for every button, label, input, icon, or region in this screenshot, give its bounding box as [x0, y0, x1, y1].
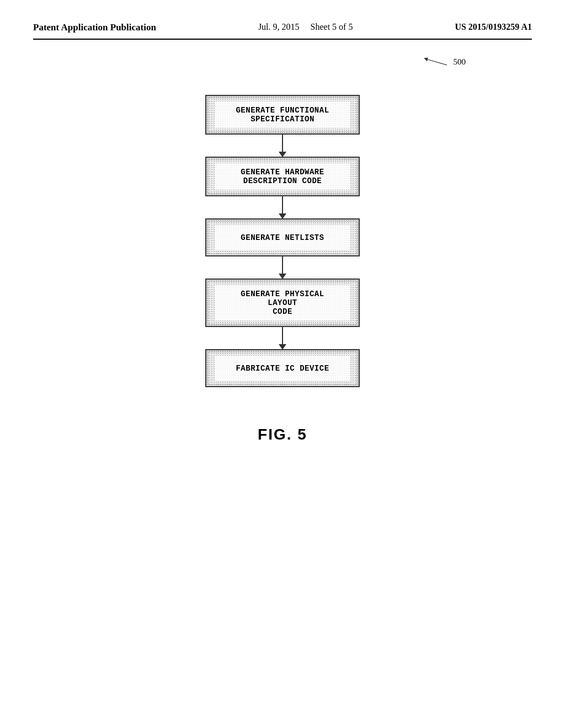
arrow-504-506: [282, 196, 283, 218]
step-box-502: GENERATE FUNCTIONALSPECIFICATION: [205, 95, 360, 135]
step-row-506: 506 GENERATE NETLISTS: [205, 218, 360, 256]
patent-number: US 2015/0193259 A1: [455, 22, 532, 32]
svg-line-0: [426, 59, 447, 65]
arrow-506-508: [282, 256, 283, 279]
page: Patent Application Publication Jul. 9, 2…: [0, 0, 565, 728]
diagram-area: 500 502 GENERATE FUNCTIONALSPECIFICATION…: [33, 73, 532, 443]
sheet-info: Sheet 5 of 5: [311, 22, 353, 31]
step-text-506: GENERATE NETLISTS: [215, 225, 350, 250]
fig-number-label: 500: [454, 57, 466, 67]
flowchart: 502 GENERATE FUNCTIONALSPECIFICATION 504…: [205, 95, 360, 387]
header-date-sheet: Jul. 9, 2015 Sheet 5 of 5: [258, 22, 353, 32]
figure-caption: FIG. 5: [258, 426, 307, 443]
figure-number-container: 500: [422, 56, 466, 67]
page-header: Patent Application Publication Jul. 9, 2…: [33, 22, 532, 40]
step-box-504: GENERATE HARDWAREDESCRIPTION CODE: [205, 157, 360, 196]
step-text-504: GENERATE HARDWAREDESCRIPTION CODE: [215, 163, 350, 190]
arrow-508-510: [282, 327, 283, 349]
step-row-502: 502 GENERATE FUNCTIONALSPECIFICATION: [205, 95, 360, 135]
step-row-508: 508 GENERATE PHYSICAL LAYOUTCODE: [205, 279, 360, 327]
step-box-506: GENERATE NETLISTS: [205, 218, 360, 256]
figure-arrow-icon: [422, 56, 449, 67]
svg-marker-1: [424, 58, 428, 62]
step-box-510: FABRICATE IC DEVICE: [205, 349, 360, 387]
publication-date: Jul. 9, 2015: [258, 22, 300, 31]
step-text-502: GENERATE FUNCTIONALSPECIFICATION: [215, 101, 350, 128]
step-row-504: 504 GENERATE HARDWAREDESCRIPTION CODE: [205, 157, 360, 196]
step-text-508: GENERATE PHYSICAL LAYOUTCODE: [215, 285, 350, 320]
step-row-510: 510 FABRICATE IC DEVICE: [205, 349, 360, 387]
step-box-508: GENERATE PHYSICAL LAYOUTCODE: [205, 279, 360, 327]
publication-label: Patent Application Publication: [33, 22, 156, 33]
step-text-510: FABRICATE IC DEVICE: [215, 356, 350, 381]
arrow-502-504: [282, 135, 283, 157]
